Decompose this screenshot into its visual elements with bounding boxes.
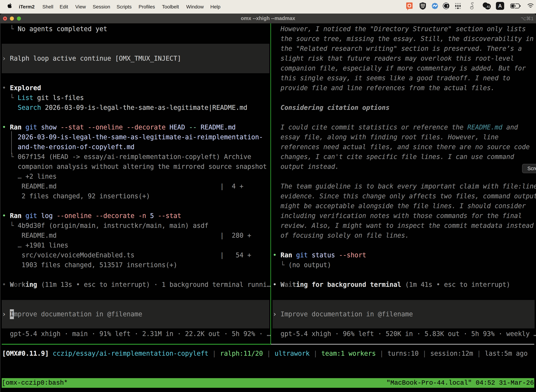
svg-text:..61: ..61 xyxy=(485,5,490,9)
